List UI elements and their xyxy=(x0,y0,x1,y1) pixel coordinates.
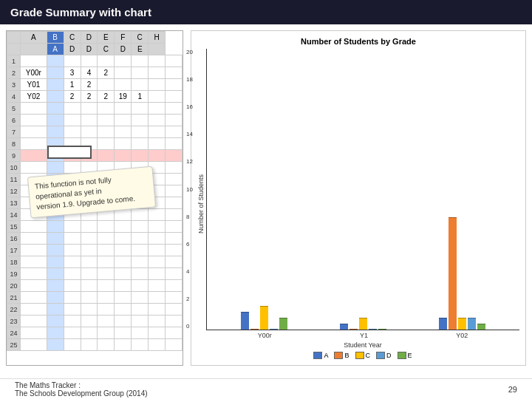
sheet-cell-r9-c6[interactable] xyxy=(132,150,149,162)
sheet-cell-r15-c5[interactable] xyxy=(115,221,132,233)
sheet-cell-r18-c7[interactable] xyxy=(149,256,166,268)
sheet-cell-r15-c6[interactable] xyxy=(132,221,149,233)
sheet-cell-r4-c8[interactable] xyxy=(166,91,183,103)
sheet-cell-r4-c4[interactable]: 2 xyxy=(98,91,115,103)
sheet-cell-r24-c2[interactable] xyxy=(64,327,81,339)
sheet-cell-r21-c2[interactable] xyxy=(64,292,81,304)
sheet-cell-r19-c7[interactable] xyxy=(149,268,166,280)
sheet-cell-r2-c1[interactable] xyxy=(47,67,64,79)
sheet-cell-r20-c6[interactable] xyxy=(132,280,149,292)
sheet-cell-r14-c7[interactable] xyxy=(149,209,166,221)
sheet-cell-r4-c7[interactable] xyxy=(149,91,166,103)
sheet-cell-r25-c1[interactable] xyxy=(47,339,64,351)
sheet-cell-r20-c5[interactable] xyxy=(115,280,132,292)
sheet-cell-r1-c2[interactable] xyxy=(64,55,81,67)
sheet-cell-r20-c3[interactable] xyxy=(81,280,98,292)
sheet-cell-r24-c3[interactable] xyxy=(81,327,98,339)
sheet-cell-r16-c8[interactable] xyxy=(166,233,183,245)
sheet-cell-r18-c6[interactable] xyxy=(132,256,149,268)
sheet-cell-r23-c8[interactable] xyxy=(166,316,183,327)
sheet-cell-r22-c5[interactable] xyxy=(115,304,132,316)
sheet-cell-r19-c3[interactable] xyxy=(81,268,98,280)
sheet-cell-r9-c8[interactable] xyxy=(166,150,183,162)
sheet-cell-r6-c2[interactable] xyxy=(64,115,81,126)
sheet-cell-r17-c4[interactable] xyxy=(98,245,115,256)
sheet-cell-r19-c5[interactable] xyxy=(115,268,132,280)
sheet-cell-r19-c6[interactable] xyxy=(132,268,149,280)
sheet-cell-r20-c2[interactable] xyxy=(64,280,81,292)
sheet-cell-r8-c6[interactable] xyxy=(132,138,149,150)
sheet-cell-r5-c8[interactable] xyxy=(166,103,183,115)
sheet-cell-r8-c0[interactable] xyxy=(21,138,47,150)
sheet-cell-r4-c2[interactable]: 2 xyxy=(64,91,81,103)
sheet-cell-r4-c0[interactable]: Y02 xyxy=(21,91,47,103)
sheet-cell-r3-c2[interactable]: 1 xyxy=(64,79,81,91)
sheet-cell-r24-c5[interactable] xyxy=(115,327,132,339)
sheet-cell-r8-c7[interactable] xyxy=(149,138,166,150)
sheet-cell-r20-c7[interactable] xyxy=(149,280,166,292)
sheet-cell-r1-c7[interactable] xyxy=(149,55,166,67)
sheet-cell-r23-c4[interactable] xyxy=(98,316,115,327)
sheet-cell-r5-c0[interactable] xyxy=(21,103,47,115)
sheet-cell-r4-c6[interactable]: 1 xyxy=(132,91,149,103)
sheet-cell-r17-c5[interactable] xyxy=(115,245,132,256)
sheet-cell-r17-c0[interactable] xyxy=(21,245,47,256)
sheet-cell-r25-c2[interactable] xyxy=(64,339,81,351)
sheet-cell-r22-c4[interactable] xyxy=(98,304,115,316)
sheet-cell-r9-c7[interactable] xyxy=(149,150,166,162)
sheet-cell-r8-c8[interactable] xyxy=(166,138,183,150)
sheet-cell-r7-c2[interactable] xyxy=(64,126,81,138)
sheet-cell-r24-c0[interactable] xyxy=(21,327,47,339)
sheet-cell-r2-c5[interactable] xyxy=(115,67,132,79)
sheet-cell-r23-c7[interactable] xyxy=(149,316,166,327)
sheet-cell-r25-c5[interactable] xyxy=(115,339,132,351)
sheet-cell-r25-c8[interactable] xyxy=(166,339,183,351)
sheet-cell-r9-c4[interactable] xyxy=(98,150,115,162)
sheet-cell-r1-c5[interactable] xyxy=(115,55,132,67)
sheet-cell-r2-c2[interactable]: 3 xyxy=(64,67,81,79)
sheet-cell-r16-c2[interactable] xyxy=(64,233,81,245)
sheet-cell-r10-c1[interactable] xyxy=(47,162,64,174)
sheet-cell-r6-c1[interactable] xyxy=(47,115,64,126)
sheet-cell-r16-c6[interactable] xyxy=(132,233,149,245)
sheet-cell-r22-c7[interactable] xyxy=(149,304,166,316)
sheet-cell-r3-c1[interactable] xyxy=(47,79,64,91)
sheet-cell-r23-c6[interactable] xyxy=(132,316,149,327)
sheet-cell-r18-c0[interactable] xyxy=(21,256,47,268)
sheet-cell-r16-c5[interactable] xyxy=(115,233,132,245)
sheet-cell-r5-c6[interactable] xyxy=(132,103,149,115)
sheet-cell-r4-c1[interactable] xyxy=(47,91,64,103)
sheet-cell-r16-c0[interactable] xyxy=(21,233,47,245)
sheet-cell-r7-c1[interactable] xyxy=(47,126,64,138)
sheet-cell-r9-c5[interactable] xyxy=(115,150,132,162)
sheet-cell-r3-c4[interactable] xyxy=(98,79,115,91)
sheet-cell-r2-c8[interactable] xyxy=(166,67,183,79)
sheet-cell-r17-c1[interactable] xyxy=(47,245,64,256)
sheet-cell-r20-c8[interactable] xyxy=(166,280,183,292)
sheet-cell-r20-c4[interactable] xyxy=(98,280,115,292)
sheet-cell-r10-c2[interactable] xyxy=(64,162,81,174)
sheet-cell-r18-c1[interactable] xyxy=(47,256,64,268)
sheet-cell-r7-c6[interactable] xyxy=(132,126,149,138)
sheet-cell-r13-c8[interactable] xyxy=(166,197,183,209)
sheet-cell-r6-c5[interactable] xyxy=(115,115,132,126)
sheet-cell-r15-c7[interactable] xyxy=(149,221,166,233)
sheet-cell-r10-c8[interactable] xyxy=(166,162,183,174)
sheet-cell-r7-c3[interactable] xyxy=(81,126,98,138)
sheet-cell-r21-c5[interactable] xyxy=(115,292,132,304)
sheet-cell-r3-c0[interactable]: Y01 xyxy=(21,79,47,91)
sheet-cell-r1-c6[interactable] xyxy=(132,55,149,67)
sheet-cell-r7-c7[interactable] xyxy=(149,126,166,138)
sheet-cell-r8-c5[interactable] xyxy=(115,138,132,150)
sheet-cell-r5-c3[interactable] xyxy=(81,103,98,115)
sheet-cell-r1-c0[interactable] xyxy=(21,55,47,67)
sheet-cell-r18-c3[interactable] xyxy=(81,256,98,268)
sheet-cell-r25-c7[interactable] xyxy=(149,339,166,351)
sheet-cell-r23-c3[interactable] xyxy=(81,316,98,327)
sheet-cell-r17-c8[interactable] xyxy=(166,245,183,256)
sheet-cell-r6-c6[interactable] xyxy=(132,115,149,126)
sheet-cell-r25-c3[interactable] xyxy=(81,339,98,351)
sheet-cell-r5-c5[interactable] xyxy=(115,103,132,115)
sheet-cell-r17-c2[interactable] xyxy=(64,245,81,256)
sheet-cell-r5-c4[interactable] xyxy=(98,103,115,115)
